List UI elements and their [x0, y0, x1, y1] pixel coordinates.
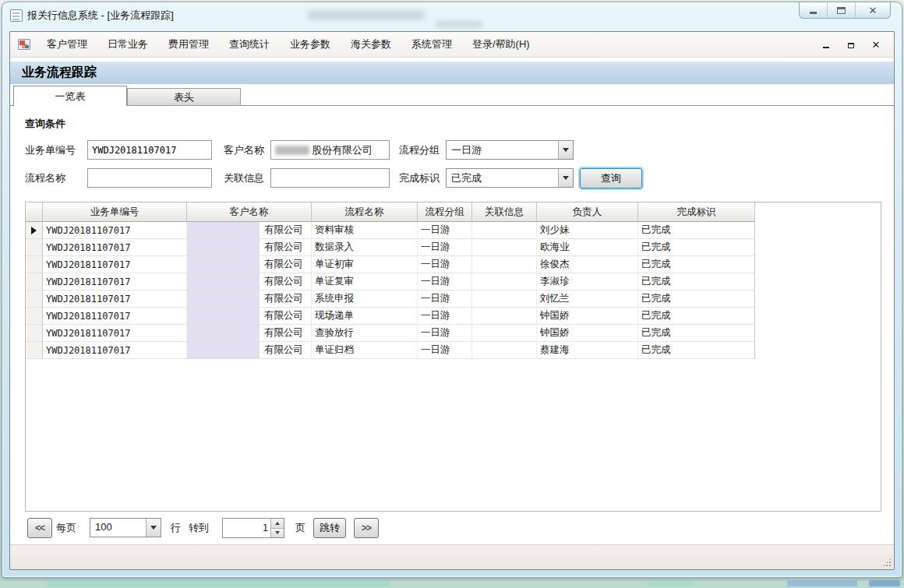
cell-related[interactable]: [472, 222, 537, 239]
cell-group[interactable]: 一日游: [418, 325, 472, 342]
per-page-combobox[interactable]: 100: [90, 518, 161, 537]
cell-customer[interactable]: 有限公司: [187, 256, 312, 273]
resize-grip[interactable]: [882, 558, 892, 567]
cell-status[interactable]: 已完成: [638, 308, 755, 325]
cell-group[interactable]: 一日游: [418, 222, 472, 239]
tab-1[interactable]: 表头: [127, 88, 241, 106]
menu-item-2[interactable]: 费用管理: [158, 33, 219, 55]
page-number-stepper[interactable]: 1: [222, 518, 284, 538]
group-dropdown-button[interactable]: [558, 141, 573, 159]
cell-order_no[interactable]: YWDJ20181107017: [43, 290, 187, 308]
search-button[interactable]: 查询: [580, 168, 642, 188]
cell-group[interactable]: 一日游: [418, 290, 472, 308]
table-row[interactable]: YWDJ20181107017有限公司资料审核一日游刘少妹已完成: [26, 222, 881, 239]
related-input[interactable]: [270, 168, 390, 188]
table-row[interactable]: YWDJ20181107017有限公司现场递单一日游钟国娇已完成: [26, 308, 881, 325]
cell-process[interactable]: 系统申报: [312, 290, 418, 308]
cell-group[interactable]: 一日游: [418, 239, 472, 256]
column-header-4[interactable]: 关联信息: [472, 202, 537, 222]
cell-related[interactable]: [472, 273, 537, 290]
cell-process[interactable]: 数据录入: [312, 239, 418, 256]
cell-status[interactable]: 已完成: [638, 342, 755, 359]
cell-order_no[interactable]: YWDJ20181107017: [43, 342, 187, 359]
menu-item-3[interactable]: 查询统计: [219, 33, 280, 55]
per-page-dropdown-button[interactable]: [146, 519, 161, 537]
status-dropdown-button[interactable]: [558, 169, 573, 187]
cell-customer[interactable]: 有限公司: [187, 222, 312, 239]
cell-group[interactable]: 一日游: [418, 273, 472, 290]
cell-order_no[interactable]: YWDJ20181107017: [43, 308, 187, 325]
cell-customer[interactable]: 有限公司: [187, 325, 312, 342]
mdi-minimize-button[interactable]: [821, 39, 832, 50]
cell-status[interactable]: 已完成: [638, 325, 755, 342]
prev-page-button[interactable]: <<: [27, 518, 52, 538]
cell-process[interactable]: 单证复审: [312, 273, 418, 290]
column-header-6[interactable]: 完成标识: [638, 202, 755, 222]
row-selector[interactable]: [26, 239, 43, 256]
mdi-close-button[interactable]: ✕: [870, 39, 881, 50]
title-bar[interactable]: 报关行信息系统 - [业务流程跟踪] ✕: [2, 2, 902, 29]
table-row[interactable]: YWDJ20181107017有限公司数据录入一日游欧海业已完成: [26, 239, 881, 256]
cell-group[interactable]: 一日游: [418, 342, 472, 359]
row-selector[interactable]: [26, 290, 43, 308]
cell-owner[interactable]: 欧海业: [537, 239, 638, 256]
cell-owner[interactable]: 李淑珍: [537, 273, 638, 290]
table-row[interactable]: YWDJ20181107017有限公司单证初审一日游徐俊杰已完成: [26, 256, 881, 273]
row-selector[interactable]: [26, 308, 43, 325]
next-page-button[interactable]: >>: [354, 518, 379, 538]
cell-process[interactable]: 资料审核: [312, 222, 418, 239]
jump-button[interactable]: 跳转: [313, 518, 346, 538]
cell-related[interactable]: [472, 325, 537, 342]
table-row[interactable]: YWDJ20181107017有限公司系统申报一日游刘忆兰已完成: [26, 290, 881, 308]
cell-customer[interactable]: 有限公司: [187, 273, 312, 290]
cell-owner[interactable]: 钟国娇: [537, 308, 638, 325]
spin-down-button[interactable]: [271, 529, 284, 538]
row-selector[interactable]: [26, 222, 43, 239]
cell-owner[interactable]: 刘忆兰: [537, 290, 638, 308]
cell-group[interactable]: 一日游: [418, 256, 472, 273]
menu-item-0[interactable]: 客户管理: [37, 33, 97, 55]
minimize-button[interactable]: [800, 2, 828, 18]
tab-0[interactable]: 一览表: [13, 86, 127, 106]
cell-order_no[interactable]: YWDJ20181107017: [43, 256, 187, 273]
grid-selector-header[interactable]: [26, 202, 43, 222]
menu-item-1[interactable]: 日常业务: [97, 33, 158, 55]
cell-status[interactable]: 已完成: [638, 290, 755, 308]
cell-order_no[interactable]: YWDJ20181107017: [43, 273, 187, 290]
column-header-3[interactable]: 流程分组: [418, 202, 472, 222]
menu-item-6[interactable]: 系统管理: [401, 33, 462, 55]
menu-item-5[interactable]: 海关参数: [341, 33, 401, 55]
cell-related[interactable]: [472, 308, 537, 325]
column-header-0[interactable]: 业务单编号: [43, 202, 187, 222]
cell-order_no[interactable]: YWDJ20181107017: [43, 222, 187, 239]
order-no-input[interactable]: [87, 140, 212, 160]
cell-related[interactable]: [472, 256, 537, 273]
cell-process[interactable]: 现场递单: [312, 308, 418, 325]
cell-process[interactable]: 单证初审: [312, 256, 418, 273]
table-row[interactable]: YWDJ20181107017有限公司查验放行一日游钟国娇已完成: [26, 325, 881, 342]
spin-up-button[interactable]: [271, 519, 284, 529]
cell-group[interactable]: 一日游: [418, 308, 472, 325]
cell-status[interactable]: 已完成: [638, 222, 755, 239]
table-row[interactable]: YWDJ20181107017有限公司单证归档一日游蔡建海已完成: [26, 342, 881, 359]
cell-order_no[interactable]: YWDJ20181107017: [43, 325, 187, 342]
row-selector[interactable]: [26, 256, 43, 273]
maximize-button[interactable]: [828, 2, 856, 18]
row-selector[interactable]: [26, 342, 43, 359]
cell-status[interactable]: 已完成: [638, 256, 755, 273]
status-combobox[interactable]: 已完成: [446, 168, 574, 188]
cell-status[interactable]: 已完成: [638, 239, 755, 256]
group-combobox[interactable]: 一日游: [446, 140, 574, 160]
table-row[interactable]: YWDJ20181107017有限公司单证复审一日游李淑珍已完成: [26, 273, 881, 290]
cell-owner[interactable]: 蔡建海: [537, 342, 638, 359]
menu-item-7[interactable]: 登录/帮助(H): [462, 33, 540, 55]
row-selector[interactable]: [26, 325, 43, 342]
cell-related[interactable]: [472, 342, 537, 359]
cell-customer[interactable]: 有限公司: [187, 290, 312, 308]
cell-owner[interactable]: 刘少妹: [537, 222, 638, 239]
cell-owner[interactable]: 徐俊杰: [537, 256, 638, 273]
cell-customer[interactable]: 有限公司: [187, 239, 312, 256]
cell-customer[interactable]: 有限公司: [187, 308, 312, 325]
column-header-5[interactable]: 负责人: [537, 202, 638, 222]
cell-process[interactable]: 查验放行: [312, 325, 418, 342]
